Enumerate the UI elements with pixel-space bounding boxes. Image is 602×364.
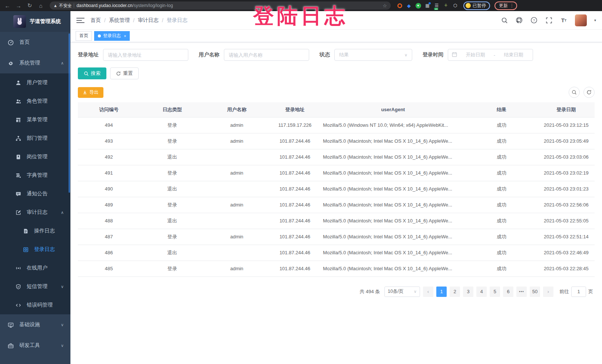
browser-reload-icon[interactable]: ↻	[25, 1, 34, 10]
table-cell: Mozilla/5.0 (Macintosh; Intel Mac OS X 1…	[321, 261, 465, 277]
table-cell: 493	[78, 133, 140, 149]
export-button[interactable]: 导出	[78, 87, 103, 98]
chevron-down-icon[interactable]: ▾	[594, 18, 596, 22]
sidebar-item-errcode-mgmt[interactable]: 错误码管理	[0, 296, 70, 314]
paused-badge[interactable]: 已暂停	[463, 1, 490, 10]
sidebar-item-dict-mgmt[interactable]: 字典管理	[0, 166, 70, 185]
table-cell: 101.87.244.46	[269, 149, 321, 165]
browser-menu-icon[interactable]: ⋮	[510, 3, 514, 8]
table-cell: 2021-05-03 22:55:05	[538, 213, 595, 229]
status-select[interactable]: 结果 ∨	[334, 49, 412, 61]
breadcrumb-audit[interactable]: 审计日志	[138, 17, 159, 24]
table-cell: 486	[78, 245, 140, 261]
table-cell: admin	[205, 165, 269, 181]
login-address-input[interactable]	[103, 49, 188, 61]
prev-page-button[interactable]: ‹	[423, 287, 433, 297]
browser-home-icon[interactable]: ⌂	[36, 1, 45, 10]
sidebar-item-post-mgmt[interactable]: 岗位管理	[0, 148, 70, 166]
sidebar-item-menu-mgmt[interactable]: 菜单管理	[0, 110, 70, 129]
sidebar-item-sms-mgmt[interactable]: 短信管理 ∨	[0, 277, 70, 296]
col-header-id: 访问编号	[78, 102, 140, 117]
avatar[interactable]	[575, 14, 587, 26]
extension-grid-icon[interactable]: ▦	[424, 3, 430, 9]
chevron-down-icon: ∨	[61, 343, 64, 348]
table-cell: 登录	[140, 229, 204, 245]
sidebar-item-dept-mgmt[interactable]: 部门管理	[0, 129, 70, 148]
search-icon[interactable]	[501, 17, 508, 24]
status-label: 状态	[320, 52, 330, 58]
table-cell: admin	[205, 133, 269, 149]
col-header-result: 结果	[465, 102, 538, 117]
sidebar-item-user-mgmt[interactable]: 用户管理	[0, 73, 70, 92]
login-log-table: 访问编号 日志类型 用户名称 登录地址 userAgent 结果 登录日期 49…	[78, 102, 595, 277]
table-cell: 成功	[465, 133, 538, 149]
username-input[interactable]	[224, 49, 309, 61]
table-cell: Mozilla/5.0 (Macintosh; Intel Mac OS X 1…	[321, 165, 465, 181]
page-button-1[interactable]: 1	[436, 287, 447, 297]
sidebar-item-online-users[interactable]: 在线用户	[0, 259, 70, 277]
extensions-puzzle-icon[interactable]: ⬡	[452, 3, 458, 9]
table-cell	[205, 181, 269, 197]
browser-forward-icon[interactable]: →	[14, 1, 23, 10]
date-range-picker[interactable]: 开始日期 - 结束日期	[448, 49, 533, 61]
page-size-select[interactable]: 10条/页 ∨	[384, 287, 420, 297]
table-cell: 成功	[465, 229, 538, 245]
toggle-search-button[interactable]	[569, 87, 580, 98]
users-icon	[15, 98, 22, 105]
table-cell: Mozilla/5.0 (Windows NT 10.0; Win64; x64…	[321, 117, 465, 133]
font-size-icon[interactable]: TT	[560, 17, 568, 24]
extension-green-icon[interactable]: ♥	[415, 3, 421, 9]
goto-page-input[interactable]	[571, 287, 586, 297]
table-cell: 成功	[465, 165, 538, 181]
fullscreen-icon[interactable]	[545, 17, 553, 24]
page-button-50[interactable]: 50	[530, 287, 540, 297]
page-button-4[interactable]: 4	[476, 287, 487, 297]
sidebar-item-system[interactable]: 系统管理 ∧	[0, 53, 70, 73]
next-page-button[interactable]: ›	[543, 287, 553, 297]
sidebar-item-notice[interactable]: 通知公告	[0, 185, 70, 203]
more-pages-button[interactable]: •••	[516, 287, 527, 297]
reset-button[interactable]: 重置	[110, 67, 139, 79]
tag-home[interactable]: 首页	[76, 31, 92, 41]
sidebar-item-audit-log[interactable]: 审计日志 ∧	[0, 203, 70, 222]
page-button-5[interactable]: 5	[490, 287, 500, 297]
page-button-2[interactable]: 2	[450, 287, 460, 297]
sidebar-scrollbar[interactable]	[69, 33, 70, 193]
chevron-down-icon: ∨	[61, 284, 64, 289]
bookmark-star-icon[interactable]: ☆	[383, 3, 387, 9]
extension-list-icon[interactable]: ☰on	[434, 3, 440, 9]
update-button[interactable]: 更新 ⋮	[494, 1, 517, 10]
extension-gem-icon[interactable]: ◆	[406, 3, 412, 9]
sidebar-item-operation-log[interactable]: 操作日志	[0, 222, 70, 240]
total-count: 共 494 条	[360, 288, 380, 295]
table-cell	[205, 245, 269, 261]
sidebar-item-home[interactable]: 首页	[0, 32, 70, 53]
date-end[interactable]: 结束日期	[498, 52, 529, 58]
github-icon[interactable]	[516, 17, 523, 24]
help-icon[interactable]: ?	[530, 17, 538, 24]
page-button-3[interactable]: 3	[463, 287, 473, 297]
sidebar-item-login-log[interactable]: 登录日志	[0, 240, 70, 259]
table-cell: 101.87.244.46	[269, 213, 321, 229]
sidebar-item-dev-tools[interactable]: 研发工具 ∨	[0, 335, 70, 356]
sidebar-item-infrastructure[interactable]: 基础设施 ∨	[0, 314, 70, 335]
refresh-button[interactable]	[583, 87, 595, 98]
sidebar-item-role-mgmt[interactable]: 角色管理	[0, 92, 70, 110]
address-bar[interactable]: ▲ 不安全 dashboard.yudao.iocoder.cn/system/…	[50, 1, 391, 10]
table-cell: 成功	[465, 117, 538, 133]
breadcrumb-home[interactable]: 首页	[90, 17, 101, 24]
col-header-date: 登录日期	[538, 102, 595, 117]
breadcrumb-system[interactable]: 系统管理	[109, 17, 130, 24]
date-start[interactable]: 开始日期	[460, 52, 491, 58]
page-button-6[interactable]: 6	[503, 287, 513, 297]
extension-orange-icon[interactable]	[397, 3, 403, 9]
security-warning[interactable]: ▲ 不安全	[53, 3, 72, 9]
tag-login-log[interactable]: 登录日志 ×	[94, 31, 130, 41]
close-icon[interactable]: ×	[124, 34, 126, 38]
extension-plant-icon[interactable]: ⚘	[443, 3, 449, 9]
table-row: 491登录admin101.87.244.46Mozilla/5.0 (Maci…	[78, 165, 595, 181]
search-button[interactable]: 搜索	[78, 67, 106, 79]
edit-log-icon	[15, 209, 22, 216]
hamburger-icon[interactable]	[76, 16, 85, 24]
browser-back-icon[interactable]: ←	[3, 1, 12, 10]
